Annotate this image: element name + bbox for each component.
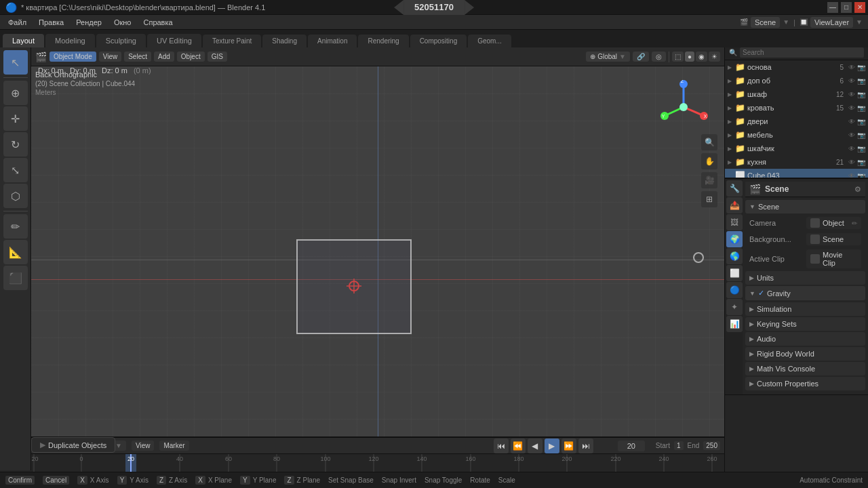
- rigid-body-section[interactable]: ▶ Rigid Body World: [745, 347, 865, 361]
- transform-global[interactable]: ⊕ Global ▼: [586, 52, 630, 62]
- scene-properties-tab[interactable]: 🌍: [726, 231, 743, 247]
- play-reverse-button[interactable]: ◀: [528, 439, 542, 453]
- tab-rendering[interactable]: Rendering: [358, 35, 408, 47]
- tab-geometry[interactable]: Geom...: [468, 35, 511, 47]
- tab-sculpting[interactable]: Sculpting: [96, 34, 146, 47]
- render-icon[interactable]: 📷: [857, 145, 865, 152]
- units-section[interactable]: ▶ Units: [745, 271, 865, 285]
- custom-properties-section[interactable]: ▶ Custom Properties: [745, 377, 865, 390]
- marker-menu[interactable]: Marker: [159, 441, 189, 451]
- menu-item-render[interactable]: Рендер: [71, 17, 107, 28]
- outliner-item-krovat[interactable]: ▶ 📁 кровать 15 👁 📷: [725, 101, 868, 115]
- rotate-tool[interactable]: ↻: [3, 132, 28, 157]
- visibility-icon[interactable]: 👁: [848, 104, 855, 112]
- move-tool[interactable]: ✛: [3, 106, 28, 131]
- play-button[interactable]: ▶: [545, 439, 559, 453]
- view-menu-timeline[interactable]: View: [132, 441, 155, 451]
- tab-uv-editing[interactable]: UV Editing: [147, 34, 201, 47]
- zoom-tool[interactable]: 🔍: [701, 134, 717, 150]
- annotate-tool[interactable]: ✏: [3, 214, 28, 239]
- viewport-gizmo[interactable]: Z X Y: [656, 80, 711, 134]
- cube-object[interactable]: [296, 239, 412, 334]
- tab-layout[interactable]: Layout: [3, 34, 44, 47]
- menu-item-window[interactable]: Окно: [108, 17, 137, 28]
- render-icon[interactable]: 📷: [857, 64, 865, 71]
- render-icon[interactable]: 📷: [857, 172, 865, 180]
- viewport-3d[interactable]: Z X Y Back Orthographic (20) Scene Colle…: [31, 66, 724, 453]
- select-menu[interactable]: Select: [124, 52, 151, 62]
- background-value[interactable]: Scene: [806, 233, 861, 245]
- scene-subsection-header[interactable]: ▼ Scene: [745, 200, 865, 214]
- camera-value[interactable]: Object ✏: [806, 217, 861, 229]
- object-properties-tab[interactable]: ⬜: [726, 265, 743, 281]
- scene-selector[interactable]: Scene: [751, 17, 780, 28]
- gravity-check[interactable]: ✓: [758, 289, 764, 298]
- outliner-item-kuhnya[interactable]: ▶ 📁 кухня 21 👁 📷: [725, 155, 868, 169]
- audio-section[interactable]: ▶ Audio: [745, 332, 865, 346]
- output-properties-tab[interactable]: 📤: [726, 197, 743, 214]
- outliner-item-dopob[interactable]: ▶ 📁 доп об 6 👁 📷: [725, 74, 868, 87]
- math-vis-section[interactable]: ▶ Math Vis Console: [745, 362, 865, 375]
- camera-edit-icon[interactable]: ✏: [852, 220, 857, 227]
- next-frame-button[interactable]: ⏩: [561, 439, 576, 453]
- visibility-icon[interactable]: 👁: [848, 172, 855, 180]
- active-clip-value[interactable]: Movie Clip: [806, 249, 861, 268]
- add-cube-tool[interactable]: ⬛: [3, 266, 28, 290]
- proportional-edit-button[interactable]: ◎: [652, 52, 666, 62]
- gravity-section[interactable]: ▼ ✓ Gravity: [745, 286, 865, 300]
- minimize-button[interactable]: —: [827, 2, 838, 13]
- tab-shading[interactable]: Shading: [262, 35, 307, 47]
- jump-to-end-button[interactable]: ⏭: [578, 439, 593, 453]
- restore-button[interactable]: □: [841, 2, 852, 13]
- select-tool[interactable]: ↖: [3, 50, 28, 75]
- tab-modeling[interactable]: Modeling: [45, 34, 95, 47]
- object-mode-button[interactable]: Object Mode: [50, 52, 96, 62]
- rendered-button[interactable]: ☀: [709, 52, 720, 62]
- grid-toggle-tool[interactable]: ⊞: [701, 191, 717, 207]
- timeline-ruler[interactable]: -20 0 20 40 60 80 100 120 140: [0, 454, 724, 473]
- jump-to-start-button[interactable]: ⏮: [494, 439, 509, 453]
- render-icon[interactable]: 📷: [857, 77, 865, 85]
- wireframe-button[interactable]: ⬚: [672, 52, 684, 62]
- render-properties-tab[interactable]: 🔧: [726, 180, 743, 197]
- menu-item-help[interactable]: Справка: [138, 17, 178, 28]
- camera-view-tool[interactable]: 🎥: [701, 172, 717, 188]
- outliner-item-dveri[interactable]: ▶ 📁 двери 👁 📷: [725, 115, 868, 128]
- close-button[interactable]: ✕: [854, 2, 865, 13]
- keying-sets-section[interactable]: ▶ Keying Sets: [745, 317, 865, 331]
- start-value[interactable]: 1: [674, 441, 684, 450]
- render-icon[interactable]: 📷: [857, 159, 865, 166]
- prev-frame-button[interactable]: ⏪: [511, 439, 526, 453]
- tab-animation[interactable]: Animation: [308, 35, 357, 47]
- pan-tool[interactable]: ✋: [701, 153, 717, 169]
- visibility-icon[interactable]: 👁: [848, 91, 855, 98]
- render-icon[interactable]: 📷: [857, 104, 865, 112]
- solid-button[interactable]: ●: [685, 52, 694, 62]
- scene-settings-icon[interactable]: ⚙: [854, 185, 861, 194]
- world-properties-tab[interactable]: 🌎: [726, 248, 743, 264]
- transform-tool[interactable]: ⬡: [3, 184, 28, 208]
- material-button[interactable]: ◉: [696, 52, 707, 62]
- outliner-item-cube043[interactable]: ▶ ⬜ Cube.043 👁 📷: [725, 169, 868, 179]
- snap-button[interactable]: 🔗: [633, 52, 649, 62]
- editor-type-icon[interactable]: 🎬: [35, 52, 47, 62]
- outliner-search-input[interactable]: [740, 47, 864, 58]
- current-frame-display[interactable]: 20: [618, 441, 645, 451]
- visibility-icon[interactable]: 👁: [848, 159, 855, 166]
- view-menu[interactable]: View: [99, 52, 122, 62]
- render-icon[interactable]: 📷: [857, 118, 865, 125]
- simulation-section[interactable]: ▶ Simulation: [745, 302, 865, 316]
- scale-tool[interactable]: ⤡: [3, 158, 28, 182]
- end-value[interactable]: 250: [703, 441, 720, 450]
- render-icon[interactable]: 📷: [857, 131, 865, 139]
- visibility-icon[interactable]: 👁: [848, 118, 855, 125]
- outliner-item-mebel[interactable]: ▶ 📁 мебель 👁 📷: [725, 128, 868, 142]
- outliner-item-shkafchik[interactable]: ▶ 📁 шкаfчик 👁 📷: [725, 142, 868, 155]
- cursor-tool[interactable]: ⊕: [3, 81, 28, 105]
- particles-tab[interactable]: ✦: [726, 299, 743, 315]
- visibility-icon[interactable]: 👁: [848, 131, 855, 139]
- menu-item-edit[interactable]: Правка: [33, 17, 69, 28]
- tab-texture-paint[interactable]: Texture Paint: [203, 35, 261, 47]
- visibility-icon[interactable]: 👁: [848, 64, 855, 71]
- tab-compositing[interactable]: Compositing: [410, 35, 467, 47]
